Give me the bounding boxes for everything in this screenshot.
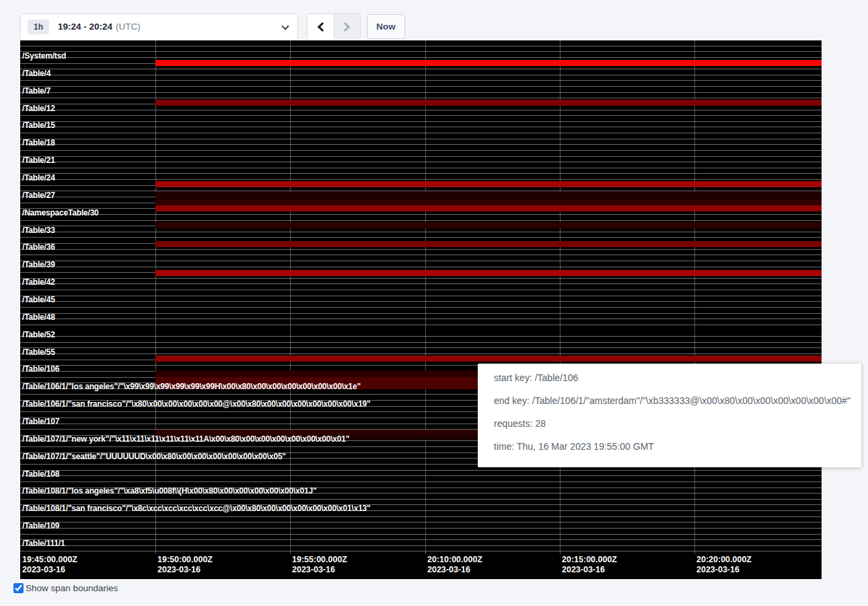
key-row-label: /Table/45 bbox=[22, 296, 55, 304]
prev-time-window-button[interactable] bbox=[308, 14, 334, 39]
tick-date: 2023-03-16 bbox=[157, 565, 213, 575]
tick-time: 20:10:00.000Z bbox=[427, 555, 482, 565]
key-row-label: /Table/106 bbox=[22, 365, 59, 374]
key-row-label: /Table/15 bbox=[22, 121, 55, 130]
key-row-label: /Table/24 bbox=[22, 174, 55, 182]
key-row-label: /Table/52 bbox=[22, 331, 55, 339]
tick-time: 19:45:00.000Z bbox=[22, 555, 77, 565]
hot-range-band[interactable] bbox=[155, 241, 822, 247]
show-span-boundaries-checkbox[interactable] bbox=[13, 583, 24, 593]
span-boundary-lines bbox=[20, 40, 822, 554]
key-row-label: /Table/107/1/"new york"/"\x11\x11\x11\x1… bbox=[22, 435, 349, 444]
key-row-label: /Table/12 bbox=[22, 104, 55, 113]
key-row-label: /Table/106/1/"los angeles"/"\x99\x99\x99… bbox=[22, 382, 361, 391]
key-row-label: /Table/33 bbox=[22, 226, 55, 235]
key-row-label: /Table/27 bbox=[22, 191, 55, 200]
hot-range-band[interactable] bbox=[155, 270, 822, 276]
x-axis-tick: 19:50:00.000Z2023-03-16 bbox=[157, 555, 213, 575]
x-axis-tick: 20:10:00.000Z2023-03-16 bbox=[427, 555, 482, 575]
key-row-label: /Table/7 bbox=[22, 87, 50, 96]
hover-tooltip: start key: /Table/106 end key: /Table/10… bbox=[478, 364, 861, 467]
tick-date: 2023-03-16 bbox=[292, 565, 347, 575]
hot-range-band[interactable] bbox=[155, 222, 822, 228]
hot-range-band[interactable] bbox=[155, 191, 822, 200]
tick-time: 20:20:00.000Z bbox=[696, 555, 752, 565]
chevron-left-icon bbox=[318, 22, 327, 31]
span-boundaries-control: Show span boundaries bbox=[13, 583, 118, 594]
x-axis-tick: 20:20:00.000Z2023-03-16 bbox=[696, 555, 752, 575]
chevron-right-icon bbox=[340, 22, 350, 31]
time-grid-line bbox=[155, 40, 156, 554]
key-row-label: /System/tsd bbox=[22, 52, 66, 61]
key-row-label: /NamespaceTable/30 bbox=[22, 209, 99, 217]
key-row-label: /Table/111/1 bbox=[22, 539, 65, 548]
key-row-label: /Table/36 bbox=[22, 243, 55, 252]
time-range-select[interactable]: 1h 19:24 - 20:24 (UTC) bbox=[20, 13, 298, 40]
hot-range-band[interactable] bbox=[155, 181, 822, 187]
key-row-label: /Table/107/1/"seattle"/"UUUUUUD\x00\x80\… bbox=[22, 452, 286, 461]
time-grid-line bbox=[290, 40, 291, 554]
tooltip-requests: requests: 28 bbox=[494, 419, 852, 429]
key-row-label: /Table/107 bbox=[22, 417, 59, 426]
tick-time: 20:15:00.000Z bbox=[562, 555, 617, 565]
timezone-label: (UTC) bbox=[116, 22, 141, 32]
tick-date: 2023-03-16 bbox=[562, 565, 617, 575]
show-span-boundaries-label: Show span boundaries bbox=[26, 583, 118, 594]
duration-badge: 1h bbox=[28, 20, 49, 34]
hot-range-band[interactable] bbox=[155, 200, 822, 205]
tick-date: 2023-03-16 bbox=[427, 565, 482, 575]
key-row-label: /Table/108/1/"san francisco"/"\x8c\xcc\x… bbox=[22, 504, 371, 513]
time-nav-button-group bbox=[307, 13, 361, 40]
key-row-label: /Table/48 bbox=[22, 313, 55, 322]
key-row-label: /Table/108/1/"los angeles"/"\xa8\xf5\u00… bbox=[22, 487, 317, 496]
tooltip-time: time: Thu, 16 Mar 2023 19:55:00 GMT bbox=[494, 442, 852, 452]
key-row-label: /Table/108 bbox=[22, 470, 59, 479]
key-row-label: /Table/106/1/"san francisco"/"\x80\x00\x… bbox=[22, 400, 371, 409]
key-row-label: /Table/55 bbox=[22, 348, 55, 357]
hot-range-band[interactable] bbox=[155, 100, 822, 106]
x-axis-tick: 19:55:00.000Z2023-03-16 bbox=[292, 555, 347, 575]
tick-date: 2023-03-16 bbox=[22, 565, 77, 575]
hot-range-band[interactable] bbox=[155, 356, 822, 362]
x-axis-tick: 20:15:00.000Z2023-03-16 bbox=[562, 555, 617, 575]
key-visualizer-heatmap[interactable]: /System/tsd/Table/4/Table/7/Table/12/Tab… bbox=[20, 39, 822, 579]
key-row-label: /Table/39 bbox=[22, 261, 55, 269]
key-row-label: /Table/42 bbox=[22, 278, 55, 287]
tick-time: 19:55:00.000Z bbox=[292, 555, 347, 565]
time-grid-line bbox=[560, 40, 560, 554]
time-grid-line bbox=[425, 40, 426, 554]
key-row-label: /Table/18 bbox=[22, 139, 55, 147]
tooltip-end-key: end key: /Table/106/1/"amsterdam"/"\xb33… bbox=[494, 396, 852, 406]
hot-range-band[interactable] bbox=[155, 205, 822, 211]
tick-time: 19:50:00.000Z bbox=[157, 555, 213, 565]
time-grid-line bbox=[694, 40, 695, 554]
x-axis-tick: 19:45:00.000Z2023-03-16 bbox=[22, 555, 77, 575]
tick-date: 2023-03-16 bbox=[696, 565, 752, 575]
tooltip-start-key: start key: /Table/106 bbox=[494, 373, 852, 383]
next-time-window-button[interactable] bbox=[334, 14, 361, 39]
key-row-label: /Table/4 bbox=[22, 69, 50, 78]
chevron-down-icon bbox=[283, 20, 288, 32]
key-row-label: /Table/21 bbox=[22, 156, 55, 165]
time-range-label: 19:24 - 20:24 bbox=[58, 22, 112, 32]
now-button[interactable]: Now bbox=[367, 14, 405, 39]
hot-range-band[interactable] bbox=[155, 60, 822, 66]
key-row-label: /Table/109 bbox=[22, 522, 59, 531]
